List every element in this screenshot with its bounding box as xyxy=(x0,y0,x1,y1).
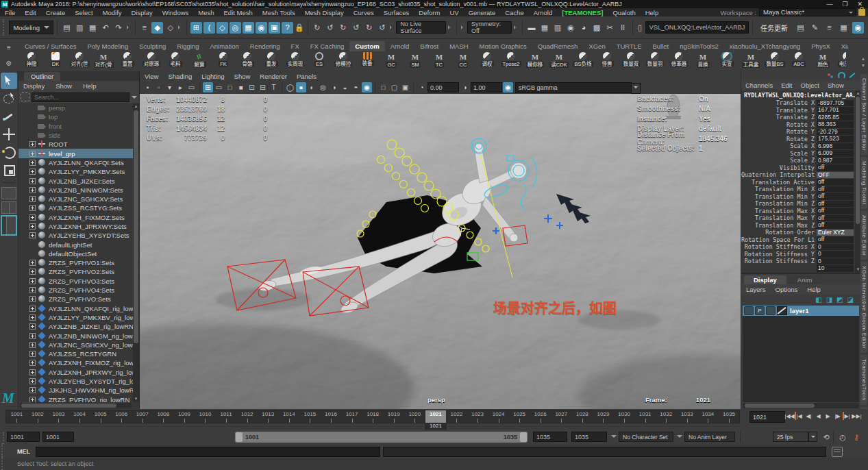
channel-attribute-row[interactable]: Scale Z 0.987 xyxy=(741,157,855,164)
channel-attribute-row[interactable]: Translation Min Y off xyxy=(741,193,855,201)
go-to-end-button[interactable]: ▶▶| xyxy=(852,410,861,421)
rotate-tool[interactable] xyxy=(1,144,17,160)
viewport-menu-item[interactable]: Renderer xyxy=(255,73,292,80)
animation-start-field[interactable]: 1001 xyxy=(7,432,40,442)
viewport-canvas[interactable]: Verts: 10440872 8 0 Edges: 23513769 18 0… xyxy=(140,94,741,409)
textured-icon[interactable]: ◐ xyxy=(307,82,317,92)
task-update-button[interactable]: 任务更新 xyxy=(756,23,792,33)
channel-attribute-value[interactable]: Euler XYZ xyxy=(817,230,854,236)
expand-toggle[interactable] xyxy=(29,287,36,293)
channel-attribute-row[interactable]: Translation Active off xyxy=(741,179,855,186)
frame-tick[interactable]: 1006 xyxy=(111,410,132,423)
channel-attribute-value[interactable]: 0.987 xyxy=(817,158,854,164)
shelf-tab[interactable]: FX Caching xyxy=(305,41,350,51)
expand-toggle[interactable] xyxy=(29,151,36,157)
playback-start-field[interactable]: 1001 xyxy=(42,432,74,442)
shelf-button[interactable]: 对原琢 xyxy=(140,52,162,71)
frame-tick[interactable]: 1035 xyxy=(719,410,740,423)
expand-toggle[interactable] xyxy=(29,378,36,384)
time-slider-ruler[interactable]: 1001 1002 1003 1004 1005 xyxy=(5,410,740,423)
menu-item[interactable]: Cache xyxy=(500,9,528,16)
channel-attribute-row[interactable]: Rotation Stiffness Y 0 xyxy=(741,251,855,258)
frame-tick[interactable]: 1010 xyxy=(195,410,216,423)
expand-toggle[interactable] xyxy=(29,333,36,339)
shelf-button[interactable]: 数量BS xyxy=(764,52,786,71)
channel-attribute-row[interactable]: Rotation Space For Limit… off xyxy=(741,236,855,244)
frame-tick[interactable]: 1015 xyxy=(299,410,321,423)
expand-toggle[interactable] xyxy=(29,260,36,266)
frame-tick[interactable]: 1009 xyxy=(174,410,195,423)
outliner-item[interactable]: AYJLZNC_SGHCXV_rig_lowRN xyxy=(18,341,133,349)
shelf-button[interactable]: 晋换 xyxy=(692,52,714,71)
frame-tick[interactable]: 1031 xyxy=(634,410,656,423)
layer-editor-menu-item[interactable]: Layers xyxy=(741,286,771,293)
shelf-button[interactable]: 神隐 xyxy=(21,52,42,71)
shelf-gear-icon[interactable]: ⚙ xyxy=(6,60,12,67)
shelf-tab[interactable]: XGen xyxy=(583,41,610,51)
lock-selection-icon[interactable]: 🔒 xyxy=(295,22,304,34)
frame-tick[interactable]: 1022 xyxy=(446,410,467,423)
new-scene-icon[interactable]: ▤ xyxy=(61,22,73,34)
exposure-field[interactable]: 0.00 xyxy=(427,82,459,92)
fps-dropdown[interactable]: 25 fps xyxy=(773,432,808,442)
expand-toggle[interactable] xyxy=(29,360,36,366)
range-end-handle[interactable] xyxy=(520,432,527,442)
outliner-item[interactable]: defaultLightSet xyxy=(18,240,133,249)
channel-box-menu-item[interactable]: Channels xyxy=(741,82,777,89)
shelf-tab[interactable]: PhysX xyxy=(806,41,835,51)
shelf-tab[interactable]: FX xyxy=(286,41,305,51)
channel-attribute-value[interactable]: off xyxy=(817,215,854,222)
layout-two-pane-button[interactable] xyxy=(1,201,16,214)
level-actor-field[interactable]: VSL_ONLXQQ:LevelActor_AARBJ xyxy=(645,21,749,34)
expand-toggle[interactable] xyxy=(29,296,36,302)
open-scene-icon[interactable]: ▥ xyxy=(74,22,86,34)
helpline-grip[interactable] xyxy=(1,456,6,470)
shelf-button[interactable]: GC xyxy=(380,52,402,71)
viewport-menu-item[interactable]: Lighting xyxy=(197,73,229,80)
resolution-gate-icon[interactable]: □ xyxy=(225,82,235,92)
bookmark-icon[interactable]: ▸ xyxy=(175,82,186,92)
ao-icon[interactable]: ◒ xyxy=(340,82,350,92)
statusline-grip[interactable] xyxy=(3,19,6,36)
shelf-button[interactable]: ES xyxy=(308,52,330,71)
shelf-button[interactable]: 修模控 xyxy=(332,52,354,71)
shelf-button[interactable]: 实周现 xyxy=(284,52,306,71)
snap-projected-center-icon[interactable]: ◎ xyxy=(230,22,241,34)
channel-attribute-row[interactable]: Rotation Stiffness X 0 xyxy=(741,243,855,251)
playback-speed-icon[interactable]: ◴ xyxy=(837,432,848,443)
fps-dropdown-arrow-icon[interactable] xyxy=(808,432,817,442)
frame-tick[interactable]: 1021 xyxy=(425,410,447,423)
frame-tick[interactable]: 1019 xyxy=(383,410,404,423)
shelf-button[interactable]: 模你移 xyxy=(524,52,546,71)
channel-attribute-row[interactable]: Translation Max Y off xyxy=(741,214,855,222)
outliner-item[interactable]: AYJLZNC_SGHCXV:Sets xyxy=(18,195,133,203)
frame-tick[interactable]: 1003 xyxy=(48,410,69,423)
save-scene-icon[interactable]: ▦ xyxy=(87,22,99,34)
outliner-item[interactable]: AYJLZNB_JIZKEI_rig_lowRN xyxy=(18,322,133,331)
symmetry-field[interactable]: Symmetry: Off xyxy=(467,21,512,34)
outliner-item[interactable]: side xyxy=(18,131,133,140)
channel-attribute-row[interactable]: Rotate X 88.363 xyxy=(741,121,855,129)
outliner-item[interactable]: ZRZS_PVFHVO1:Sets xyxy=(18,258,133,267)
frame-tick[interactable]: 1011 xyxy=(216,410,237,423)
shelf-tab[interactable]: XiaoHuoLu xyxy=(836,41,848,51)
channel-attribute-row[interactable]: Translation Min X off xyxy=(741,186,855,193)
grid-icon[interactable]: ⊞ xyxy=(203,82,213,92)
use-all-lights-icon[interactable]: ◎ xyxy=(318,82,328,92)
shelf-button[interactable]: 实宣 xyxy=(716,52,738,71)
channel-box-menu-item[interactable]: Edit xyxy=(777,82,796,89)
channel-attribute-value[interactable]: 167.701 xyxy=(817,107,854,114)
shelf-button[interactable]: 骨骼 xyxy=(236,52,258,71)
expand-toggle[interactable] xyxy=(29,314,36,321)
input-connections-icon[interactable]: ↻ xyxy=(311,22,323,34)
snap-view-plane-icon[interactable]: ▦ xyxy=(243,22,254,34)
expand-toggle[interactable] xyxy=(29,278,36,284)
channel-attribute-value[interactable]: off xyxy=(817,201,854,208)
shelf-tab[interactable]: TURTLE xyxy=(611,41,647,51)
script-editor-icon[interactable] xyxy=(832,447,843,457)
camera-attributes-icon[interactable]: ▾ xyxy=(164,82,175,92)
shelf-button[interactable]: 重置 xyxy=(116,52,138,71)
outliner-search-input[interactable] xyxy=(32,92,129,102)
channel-attribute-row[interactable]: Rotation Stiffness Z 0 xyxy=(741,258,855,265)
gate-mask-icon[interactable]: ■ xyxy=(236,82,246,92)
